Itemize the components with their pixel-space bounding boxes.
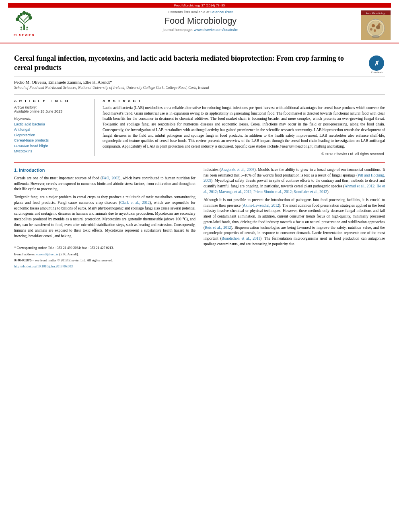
svg-point-11 — [26, 12, 29, 15]
article-info-header: A R T I C L E I N F O — [14, 99, 88, 103]
journal-thumbnail: Food Microbiology — [361, 10, 391, 40]
issn-note: 0740-0020/$ – see front matter © 2013 El… — [14, 258, 195, 263]
svg-point-10 — [20, 13, 23, 16]
section-divider — [14, 162, 385, 163]
bourdichon-ref[interactable]: Bourdichon et al., 2011 — [222, 236, 260, 240]
journal-header: Food Microbiology 37 (2014) 78–95 — [0, 0, 399, 43]
elsevier-label: ELSEVIER — [14, 33, 35, 37]
elsevier-logo: ELSEVIER — [8, 10, 40, 39]
body-columns: 1. Introduction Cereals are one of the m… — [14, 167, 385, 270]
svg-point-27 — [378, 23, 380, 26]
article-container: Cereal fungal infection, mycotoxins, and… — [0, 43, 399, 278]
keywords-list: Lactic acid bacteria Antifungal Bioprote… — [14, 122, 88, 154]
keywords-label: Keywords: — [14, 117, 88, 121]
article-title-section: Cereal fungal infection, mycotoxins, and… — [14, 48, 385, 76]
intro-para-3: industries (Aragonés et al., 2005). Moul… — [204, 167, 385, 195]
svg-rect-0 — [23, 25, 25, 30]
fao-ref[interactable]: FAO, 2002 — [102, 176, 119, 180]
keyword-2: Antifungal — [14, 127, 88, 133]
body-left-col: 1. Introduction Cereals are one of the m… — [14, 167, 195, 270]
crossmark-badge[interactable]: ✗ CrossMark — [369, 55, 385, 72]
journal-homepage: journal homepage: www.elsevier.com/locat… — [44, 28, 357, 32]
clark-ref[interactable]: Clark et al., 2012 — [120, 201, 150, 205]
svg-point-5 — [16, 17, 19, 21]
crossmark-icon: ✗ — [369, 55, 384, 71]
journal-title: Food Microbiology — [44, 16, 357, 26]
svg-text:Food Microbiology: Food Microbiology — [366, 12, 385, 14]
elsevier-tree-icon — [12, 10, 36, 32]
intro-heading: 1. Introduction — [14, 167, 195, 174]
keyword-6: Mycotoxins — [14, 149, 88, 154]
svg-point-22 — [368, 21, 383, 35]
araguas-ref[interactable]: Aragonés et al., 2005 — [221, 168, 254, 172]
body-right-col: industries (Aragonés et al., 2005). Moul… — [204, 167, 385, 270]
article-history-label: Article history: — [14, 105, 88, 109]
svg-point-28 — [372, 35, 380, 38]
footer-notes: * Corresponding author. Tel.: +353 21 49… — [14, 243, 195, 269]
ahmad-ref[interactable]: Ahmad et al., 2012; He et al., 2012; Mav… — [204, 184, 385, 194]
article-info-col: A R T I C L E I N F O Article history: A… — [14, 99, 95, 156]
keyword-4: Cereal-base products — [14, 138, 88, 144]
intro-para-1: Cereals are one of the most important so… — [14, 176, 195, 192]
abstract-text: Lactic acid bacteria (LAB) metabolites a… — [103, 105, 385, 150]
email-suffix: (E.K. Arendt). — [58, 252, 79, 256]
svg-line-4 — [24, 16, 29, 21]
intro-para-4: Although it is not possible to prevent t… — [204, 197, 385, 247]
svg-point-6 — [29, 16, 32, 20]
article-title: Cereal fungal infection, mycotoxins, and… — [14, 54, 369, 73]
available-online: Available online 18 June 2013 — [14, 109, 88, 113]
pitt-ref[interactable]: Pitt and Hocking, 2009 — [204, 173, 385, 183]
affiliation: School of Food and Nutritional Sciences,… — [14, 86, 385, 90]
svg-point-23 — [372, 24, 375, 27]
abstract-col: A B S T R A C T Lactic acid bacteria (LA… — [103, 99, 385, 156]
svg-point-15 — [27, 27, 28, 28]
copyright: © 2013 Elsevier Ltd. All rights reserved… — [103, 152, 385, 156]
homepage-link[interactable]: www.elsevier.com/locate/fm — [194, 28, 239, 32]
doi-note: http://dx.doi.org/10.1016/j.fm.2013.06.0… — [14, 264, 195, 269]
abstract-header: A B S T R A C T — [103, 99, 385, 103]
keyword-5: Fusarium head blight — [14, 144, 88, 149]
svg-point-24 — [376, 25, 380, 29]
svg-point-9 — [22, 11, 26, 15]
authors: Pedro M. Oliveira, Emanuele Zannini, Elk… — [14, 80, 385, 84]
intro-para-2: Toxigenic fungi are a major problem in c… — [14, 195, 195, 239]
svg-point-12 — [21, 27, 22, 28]
email-link[interactable]: e.arendt@ucc.ie — [36, 252, 58, 256]
email-note: E-mail address: e.arendt@ucc.ie (E.K. Ar… — [14, 252, 195, 257]
keyword-3: Bioprotection — [14, 133, 88, 138]
journal-center: Contents lists available at ScienceDirec… — [40, 10, 361, 32]
akins-ref[interactable]: Akins-Lewenthal, 2012 — [243, 203, 279, 207]
journal-volume-notice: Food Microbiology 37 (2014) 78–95 — [8, 3, 391, 8]
doi-link[interactable]: http://dx.doi.org/10.1016/j.fm.2013.06.0… — [14, 264, 73, 268]
svg-line-3 — [20, 17, 24, 22]
svg-point-25 — [374, 29, 376, 32]
info-columns: A R T I C L E I N F O Article history: A… — [14, 94, 385, 156]
science-direct-link[interactable]: ScienceDirect — [210, 10, 233, 14]
keyword-1: Lactic acid bacteria — [14, 122, 88, 127]
svg-point-26 — [370, 28, 372, 31]
corresponding-author-note: * Corresponding author. Tel.: +353 21 49… — [14, 245, 195, 250]
email-label: E-mail address: — [14, 252, 36, 256]
science-direct-notice: Contents lists available at ScienceDirec… — [44, 10, 357, 14]
reis-ref[interactable]: Reis et al., 2012 — [205, 226, 231, 230]
